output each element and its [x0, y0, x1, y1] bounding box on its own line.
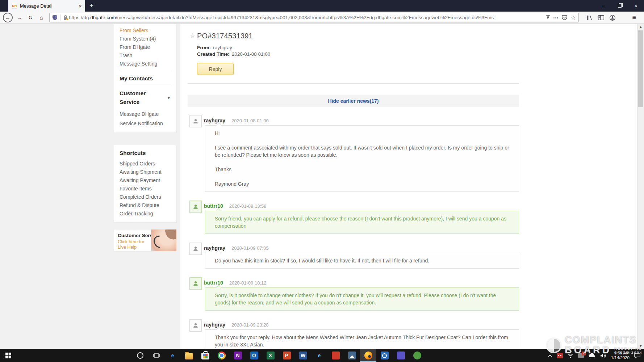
url-bar[interactable]: https://dg.dhgate.com/messageweb/message… [49, 13, 579, 22]
taskbar-app-icon[interactable] [360, 349, 376, 362]
sidebar-cs-link[interactable]: Service Notification [120, 119, 176, 128]
shortcuts-heading: Shortcuts [120, 149, 176, 157]
taskbar-app-icon[interactable]: O [246, 349, 262, 362]
message-bubble: Sorry friend, you can apply for a refund… [205, 211, 519, 234]
tracking-shield-icon[interactable] [53, 15, 57, 20]
message-username[interactable]: buttrr10 [204, 203, 223, 209]
taskbar-app-icon[interactable] [213, 349, 230, 362]
message-bubble: Do you have this item in stock? If so, I… [205, 253, 519, 269]
message-text: HiI see a comment associated with my ord… [215, 130, 509, 188]
page-actions-icon[interactable]: ••• [553, 16, 559, 20]
customer-service-row[interactable]: Customer Service ▼ [120, 89, 176, 106]
sidebar-folder-link[interactable]: From Sellers [120, 26, 176, 35]
sidebar-folder-link[interactable]: From System(4) [120, 35, 176, 43]
reply-button[interactable]: Reply [197, 63, 234, 75]
message-username[interactable]: rayhgray [204, 322, 225, 328]
sidebar-shortcuts-box: Shortcuts Shipped OrdersAwaiting Shipmen… [114, 145, 177, 223]
reload-button[interactable]: ↻ [25, 14, 36, 21]
sidebar-shortcut-link[interactable]: Shipped Orders [120, 160, 176, 168]
scroll-up-icon[interactable]: ▲ [637, 25, 644, 29]
lock-warning-icon[interactable] [63, 15, 69, 20]
account-icon[interactable] [610, 15, 615, 21]
taskbar-app-icon[interactable] [327, 349, 344, 362]
taskbar-app-icon[interactable]: W [295, 349, 311, 362]
urlbar-separator [60, 14, 60, 21]
support-agent-photo [151, 230, 176, 251]
task-view-button[interactable] [148, 349, 164, 362]
menu-icon[interactable]: ≡ [632, 14, 636, 21]
message: buttrr10 2020-01-08 13:58 Sorry friend, … [188, 203, 519, 234]
pocket-icon[interactable] [562, 15, 567, 20]
action-center-icon[interactable] [634, 353, 640, 358]
taskbar-app-icon[interactable] [393, 349, 409, 362]
windows-logo-icon [5, 353, 11, 358]
url-text: https://dg.dhgate.com/messageweb/message… [69, 15, 543, 20]
taskbar-app-icon[interactable]: e [164, 349, 181, 362]
reader-mode-icon[interactable] [546, 15, 550, 20]
new-tab-button[interactable]: + [85, 0, 98, 12]
favorite-star-icon[interactable]: ☆ [190, 32, 195, 39]
folder-list: From SellersFrom System(4)From DHgateTra… [120, 26, 176, 68]
sidebar-shortcut-link[interactable]: Refund & Dispute [120, 201, 176, 210]
tray-expand-icon[interactable] [548, 354, 552, 357]
minimize-button[interactable]: − [595, 0, 611, 12]
message-username[interactable]: buttrr10 [204, 280, 223, 286]
taskbar-app-icon[interactable] [181, 349, 197, 362]
sidebar-folder-link[interactable]: From DHgate [120, 43, 176, 51]
sidebar-shortcut-link[interactable]: Favorite Items [120, 185, 176, 193]
close-button[interactable]: × [628, 0, 644, 12]
sidebar-shortcut-link[interactable]: Awaiting Payment [120, 176, 176, 185]
message-text: Sorry, is it possible to change other cl… [215, 292, 509, 306]
message: rayhgray 2020-01-08 01:00 HiI see a comm… [188, 117, 519, 192]
divider [188, 83, 519, 84]
start-button[interactable] [0, 349, 17, 362]
created-line: Created Time:2020-01-08 01:00 [197, 51, 519, 58]
taskbar-app-icon[interactable]: P [279, 349, 295, 362]
tab-title: Message Detail [20, 3, 76, 9]
cortana-button[interactable] [132, 349, 148, 362]
scrollbar-thumb[interactable] [638, 30, 643, 107]
screen-recorder-icon[interactable] [557, 353, 563, 358]
taskbar-app-icon[interactable] [344, 349, 360, 362]
customer-service-banner[interactable]: Customer Service Click here for Live Hel… [114, 229, 177, 252]
message-paragraph: Hi [215, 130, 509, 137]
message-username[interactable]: rayhgray [204, 118, 225, 123]
message-timestamp: 2020-01-09 18:12 [229, 280, 267, 286]
taskbar-app-icon[interactable]: N [230, 349, 246, 362]
restore-button[interactable] [611, 0, 628, 12]
sidebar-folder-link[interactable]: Trash [120, 51, 176, 60]
taskbar-app-icon[interactable]: e [311, 349, 327, 362]
volume-icon[interactable] [601, 353, 606, 358]
taskbar-clock[interactable]: 9:50 AM 1/14/2020 [611, 351, 630, 360]
toolbar-right: ≡ [581, 14, 641, 21]
taskbar-app-icon[interactable] [376, 349, 393, 362]
sidebar-shortcut-link[interactable]: Order Tracking [120, 210, 176, 218]
home-button[interactable]: ⌂ [36, 14, 47, 21]
chevron-down-icon[interactable]: ▼ [167, 96, 171, 100]
taskbar-app-icon[interactable]: X [262, 349, 279, 362]
browser-tab[interactable]: DH Message Detail × [8, 0, 85, 12]
network-icon[interactable] [568, 353, 573, 358]
bookmark-star-icon[interactable]: ☆ [570, 14, 576, 21]
mail-notification-icon[interactable]: 1 [578, 353, 584, 358]
message-text: Sorry friend, you can apply for a refund… [215, 215, 509, 230]
task-view-icon [153, 353, 160, 358]
page-scrollbar[interactable]: ▲ ▼ [637, 24, 644, 349]
taskbar-app-icon[interactable] [197, 349, 213, 362]
sidebar-folder-link[interactable]: Message Setting [120, 60, 176, 68]
sidebar-shortcut-link[interactable]: Completed Orders [120, 193, 176, 201]
sidebar-toggle-icon[interactable] [598, 15, 604, 20]
message-username[interactable]: rayhgray [204, 245, 225, 251]
scroll-down-icon[interactable]: ▼ [637, 344, 644, 348]
sidebar-shortcut-link[interactable]: Awaiting Shipment [120, 168, 176, 176]
library-icon[interactable] [587, 15, 593, 21]
forward-button[interactable]: → [14, 14, 25, 21]
taskbar-app-icon[interactable] [409, 349, 425, 362]
back-button[interactable]: ← [3, 13, 13, 22]
tab-close-icon[interactable]: × [79, 3, 82, 9]
onedrive-icon[interactable] [589, 353, 596, 358]
avatar [189, 277, 202, 290]
hide-earlier-news-link[interactable]: Hide earlier news(17) [328, 98, 379, 104]
sidebar-cs-link[interactable]: Message DHgate [120, 109, 176, 119]
my-contacts-heading[interactable]: My Contacts [120, 74, 176, 83]
